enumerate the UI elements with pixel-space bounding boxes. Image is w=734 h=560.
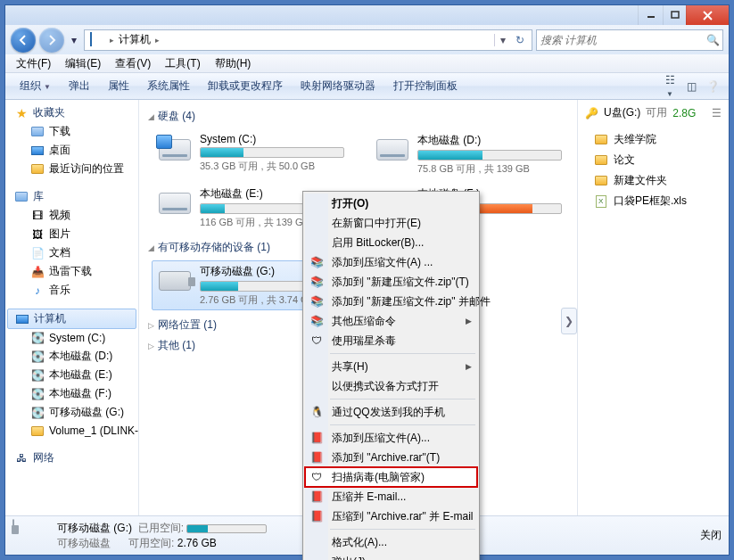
nav-recent[interactable]: 最近访问的位置 [5, 160, 138, 178]
netdrive-icon [30, 424, 45, 438]
nav-pictures[interactable]: 🖼图片 [5, 225, 138, 243]
nav-xunlei[interactable]: 📥迅雷下载 [5, 262, 138, 281]
desktop-icon [30, 144, 45, 158]
nav-drive-c[interactable]: 💽System (C:) [5, 329, 138, 347]
nav-network-header[interactable]: 🖧网络 [5, 449, 138, 467]
ctx-other-compress[interactable]: 📚其他压缩命令▶ [305, 311, 477, 331]
breadcrumb-sep-icon: ▸ [153, 36, 161, 45]
breadcrumb-computer[interactable]: 计算机 [116, 32, 153, 47]
ctx-compress-rar-email[interactable]: 📕压缩到 "Archive.rar" 并 E-mail [305, 506, 477, 526]
close-button[interactable] [686, 5, 729, 25]
search-icon: 🔍 [703, 34, 722, 46]
ctx-bitlocker[interactable]: 启用 BitLocker(B)... [305, 233, 477, 252]
help-button[interactable]: ❔ [702, 78, 723, 95]
ctx-compress-email[interactable]: 📕压缩并 E-mail... [305, 487, 477, 506]
ctx-format[interactable]: 格式化(A)... [305, 532, 477, 552]
expand-icon: ▷ [148, 321, 154, 330]
back-button[interactable] [11, 28, 36, 53]
ctx-open-new-window[interactable]: 在新窗口中打开(E) [305, 213, 477, 233]
minimize-button[interactable] [638, 5, 663, 25]
nav-computer-header[interactable]: 计算机 [7, 309, 136, 329]
nav-drive-e[interactable]: 💽本地磁盘 (E:) [5, 366, 138, 384]
search-box[interactable]: 🔍 [536, 29, 723, 51]
separator [330, 399, 475, 399]
nav-videos[interactable]: 🎞视频 [5, 206, 138, 225]
star-icon: ★ [14, 106, 29, 120]
separator [330, 424, 475, 425]
nav-drive-d[interactable]: 💽本地磁盘 (D:) [5, 347, 138, 366]
nav-favorites-header[interactable]: ★收藏夹 [5, 103, 138, 122]
ctx-open[interactable]: 打开(O) [305, 194, 477, 213]
nav-documents[interactable]: 📄文档 [5, 243, 138, 262]
tool-eject[interactable]: 弹出 [60, 76, 99, 96]
menu-view[interactable]: 查看(V) [108, 54, 158, 73]
menu-help[interactable]: 帮助(H) [208, 54, 259, 73]
status-sub: 可移动磁盘 [57, 537, 111, 549]
tool-system-properties[interactable]: 系统属性 [138, 76, 199, 96]
video-icon: 🎞 [30, 209, 45, 223]
tool-organize[interactable]: 组织▼ [11, 76, 60, 96]
ctx-eject[interactable]: 弹出(J) [305, 552, 477, 560]
nav-drive-g[interactable]: 💽可移动磁盘 (G:) [5, 403, 138, 422]
preview-close-button[interactable]: 关闭 [700, 528, 722, 543]
tool-uninstall[interactable]: 卸载或更改程序 [199, 76, 292, 96]
ctx-add-archive[interactable]: 📚添加到压缩文件(A) ... [305, 252, 477, 272]
preview-item[interactable]: 口袋PE框架.xls [585, 191, 722, 211]
nav-drive-f[interactable]: 💽本地磁盘 (F:) [5, 384, 138, 403]
refresh-button[interactable]: ↻ [510, 34, 530, 46]
ctx-add-to-zip-mail[interactable]: 📚添加到 "新建压缩文件.zip" 并邮件 [305, 292, 477, 311]
status-labels: 可移动磁盘 (G:) 已用空间: 可移动磁盘 可用空间: 2.76 GB [57, 521, 267, 551]
ctx-portable[interactable]: 以便携式设备方式打开 [305, 376, 477, 396]
ctx-add-to-rar[interactable]: 📕添加到 "Archive.rar"(T) [305, 448, 477, 467]
menu-tools[interactable]: 工具(T) [158, 54, 207, 73]
status-used-bar [186, 524, 267, 533]
preview-title: U盘(G:) [604, 105, 640, 120]
usage-bar [200, 147, 344, 158]
collapse-icon: ◢ [148, 243, 154, 252]
menu-file[interactable]: 文件(F) [9, 54, 58, 73]
ctx-add-to-zip[interactable]: 📚添加到 "新建压缩文件.zip"(T) [305, 272, 477, 292]
library-icon [14, 190, 29, 204]
scroll-right-button[interactable]: ❯ [561, 308, 577, 334]
preview-menu-icon[interactable]: ☰ [712, 107, 722, 119]
section-hdd[interactable]: ◢硬盘 (4) [148, 109, 577, 124]
tool-map-drive[interactable]: 映射网络驱动器 [292, 76, 384, 96]
network-icon: 🖧 [14, 451, 29, 465]
ctx-share[interactable]: 共享(H)▶ [305, 357, 477, 376]
ctx-rising-scan[interactable]: 🛡使用瑞星杀毒 [305, 331, 477, 350]
drive-c[interactable]: System (C:)35.3 GB 可用 , 共 50.0 GB [152, 129, 348, 179]
preview-item[interactable]: 夫维学院 [585, 129, 722, 150]
menu-edit[interactable]: 编辑(E) [58, 54, 108, 73]
status-free-value: 2.76 GB [177, 537, 217, 549]
nav-music[interactable]: ♪音乐 [5, 281, 138, 300]
maximize-button[interactable] [663, 5, 686, 25]
nav-downloads[interactable]: 下载 [5, 122, 138, 141]
history-dropdown[interactable]: ▾ [68, 31, 80, 49]
status-used-key: 已用空间: [138, 522, 184, 534]
computer-icon [15, 312, 29, 326]
search-input[interactable] [537, 34, 703, 46]
nav-libraries-header[interactable]: 库 [5, 187, 138, 206]
tool-properties[interactable]: 属性 [99, 76, 138, 96]
forward-button[interactable] [39, 28, 64, 53]
address-dropdown[interactable]: ▾ [494, 34, 510, 46]
ctx-add-archive-rar[interactable]: 📕添加到压缩文件(A)... [305, 428, 477, 448]
usb-icon: 🔑 [585, 107, 598, 119]
ctx-scan-virus[interactable]: 🛡扫描病毒(电脑管家) [305, 467, 477, 487]
tool-control-panel[interactable]: 打开控制面板 [384, 76, 466, 96]
address-bar[interactable]: ▸ 计算机 ▸ ▾ ↻ [84, 29, 532, 51]
drive-sub: 75.8 GB 可用 , 共 139 GB [417, 162, 562, 176]
nav-desktop[interactable]: 桌面 [5, 141, 138, 160]
preview-item[interactable]: 新建文件夹 [585, 170, 722, 191]
preview-item[interactable]: 论文 [585, 150, 722, 170]
nav-volume1[interactable]: Volume_1 (DLINK- [5, 422, 138, 440]
rar-icon: 📕 [309, 450, 324, 465]
drive-icon: 💽 [30, 350, 45, 364]
view-mode-button[interactable]: ☷ ▼ [659, 71, 680, 102]
preview-pane-button[interactable]: ◫ [680, 78, 702, 95]
titlebar-drag[interactable] [5, 5, 638, 25]
drive-d[interactable]: 本地磁盘 (D:)75.8 GB 可用 , 共 139 GB [369, 129, 565, 179]
ctx-qq-send[interactable]: 🐧通过QQ发送到我的手机 [305, 402, 477, 422]
usb-drive-icon [12, 520, 48, 552]
separator [330, 529, 475, 530]
